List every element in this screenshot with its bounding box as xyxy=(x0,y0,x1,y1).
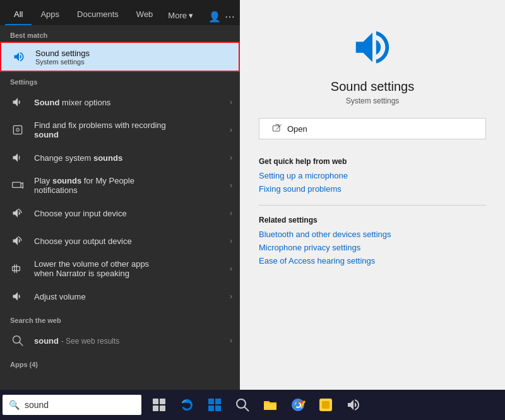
svg-rect-12 xyxy=(153,405,158,411)
tab-web[interactable]: Web xyxy=(128,4,162,25)
web-search-label: Search the web xyxy=(0,310,240,327)
settings-item-5[interactable]: Choose your output device › xyxy=(0,227,240,255)
open-button[interactable]: Open xyxy=(259,118,486,139)
settings-item-3[interactable]: Play sounds for My Peoplenotifications › xyxy=(0,172,240,199)
related-link-0[interactable]: Bluetooth and other devices settings xyxy=(259,230,486,239)
tab-documents[interactable]: Documents xyxy=(68,4,128,25)
svg-rect-13 xyxy=(160,405,165,411)
results-list: Best match Sound settings System setting… xyxy=(0,25,240,390)
quick-help-link-1[interactable]: Fixing sound problems xyxy=(259,184,486,194)
settings-item-title-7: Adjust volume xyxy=(34,292,227,301)
chevron-icon-5: › xyxy=(230,236,232,245)
sound-settings-icon xyxy=(9,47,29,67)
taskbar-search-input[interactable] xyxy=(25,400,126,410)
settings-item-4[interactable]: Choose your input device › xyxy=(0,199,240,227)
settings-item-text-5: Choose your output device xyxy=(34,236,227,246)
settings-item-title-1: Find and fix problems with recordingsoun… xyxy=(34,120,227,139)
settings-item-title-5: Choose your output device xyxy=(34,236,227,246)
svg-rect-11 xyxy=(160,399,165,404)
svg-rect-17 xyxy=(215,405,221,411)
settings-item-1[interactable]: ⚙ Find and fix problems with recordingso… xyxy=(0,116,240,144)
settings-item-title-2: Change system sounds xyxy=(34,153,227,163)
speaker-icon-0 xyxy=(8,92,28,112)
settings-item-title-6: Lower the volume of other appswhen Narra… xyxy=(34,259,227,278)
search-panel: All Apps Documents Web More ▾ 👤 ⋯ Best m… xyxy=(0,0,240,390)
tabs-right-icons: 👤 ⋯ xyxy=(208,11,235,25)
chevron-icon-1: › xyxy=(230,125,232,134)
settings-item-0[interactable]: Sound mixer options › xyxy=(0,88,240,116)
taskbar-search-box[interactable]: 🔍 xyxy=(3,395,141,415)
apps-label: Apps (4) xyxy=(0,354,240,371)
related-link-1[interactable]: Microphone privacy settings xyxy=(259,243,486,252)
detail-title: Sound settings xyxy=(259,79,486,94)
windows-icon[interactable] xyxy=(202,392,227,417)
svg-point-22 xyxy=(296,403,300,407)
svg-text:⚙: ⚙ xyxy=(15,127,20,133)
chevron-icon-web: › xyxy=(230,336,232,345)
svg-rect-15 xyxy=(215,399,221,404)
settings-item-7[interactable]: Adjust volume › xyxy=(0,283,240,310)
related-link-2[interactable]: Ease of Access hearing settings xyxy=(259,256,486,265)
edge-icon[interactable] xyxy=(174,392,199,417)
settings-item-text-4: Choose your input device xyxy=(34,209,227,218)
tab-all[interactable]: All xyxy=(5,4,32,25)
chevron-icon-2: › xyxy=(230,153,232,162)
chevron-icon-3: › xyxy=(230,181,232,190)
speaker-output-icon xyxy=(8,231,28,251)
settings-item-title-4: Choose your input device xyxy=(34,209,227,218)
user-icon[interactable]: 👤 xyxy=(208,11,221,23)
tabs-bar: All Apps Documents Web More ▾ 👤 ⋯ xyxy=(0,0,240,25)
more-icon[interactable]: ⋯ xyxy=(225,11,235,23)
settings-label: Settings xyxy=(0,72,240,88)
settings-item-text-3: Play sounds for My Peoplenotifications xyxy=(34,176,227,195)
volume-lower-icon xyxy=(8,259,28,279)
web-search-icon xyxy=(8,330,28,351)
svg-point-6 xyxy=(13,336,21,344)
svg-rect-10 xyxy=(153,399,158,404)
tab-more[interactable]: More ▾ xyxy=(162,6,199,25)
people-icon xyxy=(8,175,28,195)
svg-line-7 xyxy=(20,342,23,346)
speaker-taskbar-icon[interactable] xyxy=(341,392,366,417)
web-search-title: sound - See web results xyxy=(34,336,227,346)
quick-help-label: Get quick help from web xyxy=(259,157,486,166)
detail-icon xyxy=(259,25,486,69)
settings-item-text-7: Adjust volume xyxy=(34,292,227,301)
settings-item-title-3: Play sounds for My Peoplenotifications xyxy=(34,176,227,195)
search-taskbar-icon[interactable] xyxy=(230,392,255,417)
web-search-item[interactable]: sound - See web results › xyxy=(0,327,240,354)
chrome-icon[interactable] xyxy=(285,392,311,417)
yellow-app-icon[interactable] xyxy=(313,392,338,417)
tab-apps[interactable]: Apps xyxy=(32,4,68,25)
speaker-low-icon xyxy=(8,148,28,168)
quick-help-link-0[interactable]: Setting up a microphone xyxy=(259,171,486,180)
chevron-icon-0: › xyxy=(230,98,232,107)
divider xyxy=(259,205,486,206)
svg-line-19 xyxy=(244,407,249,411)
open-label: Open xyxy=(287,124,307,134)
chevron-icon-7: › xyxy=(230,292,232,301)
settings-item-text-2: Change system sounds xyxy=(34,153,227,163)
taskbar: 🔍 xyxy=(0,390,505,420)
open-icon xyxy=(272,124,282,134)
web-search-text: sound - See web results xyxy=(34,336,227,346)
best-match-text: Sound settings System settings xyxy=(35,49,231,66)
settings-item-6[interactable]: Lower the volume of other appswhen Narra… xyxy=(0,255,240,283)
detail-panel: Sound settings System settings Open Get … xyxy=(240,0,505,390)
svg-rect-24 xyxy=(322,401,330,409)
svg-rect-2 xyxy=(13,182,21,187)
svg-rect-3 xyxy=(13,267,20,271)
mic-fix-icon: ⚙ xyxy=(8,120,28,140)
chevron-icon-4: › xyxy=(230,209,232,218)
best-match-item[interactable]: Sound settings System settings xyxy=(0,42,240,72)
file-explorer-icon[interactable] xyxy=(258,392,283,417)
adjust-volume-icon xyxy=(8,286,28,306)
svg-rect-14 xyxy=(208,399,214,404)
speaker-input-icon xyxy=(8,203,28,223)
taskbar-icons xyxy=(146,392,366,417)
best-match-subtitle: System settings xyxy=(35,58,231,66)
detail-subtitle: System settings xyxy=(259,96,486,105)
svg-point-18 xyxy=(237,399,246,408)
task-view-icon[interactable] xyxy=(146,392,172,417)
settings-item-2[interactable]: Change system sounds › xyxy=(0,144,240,172)
